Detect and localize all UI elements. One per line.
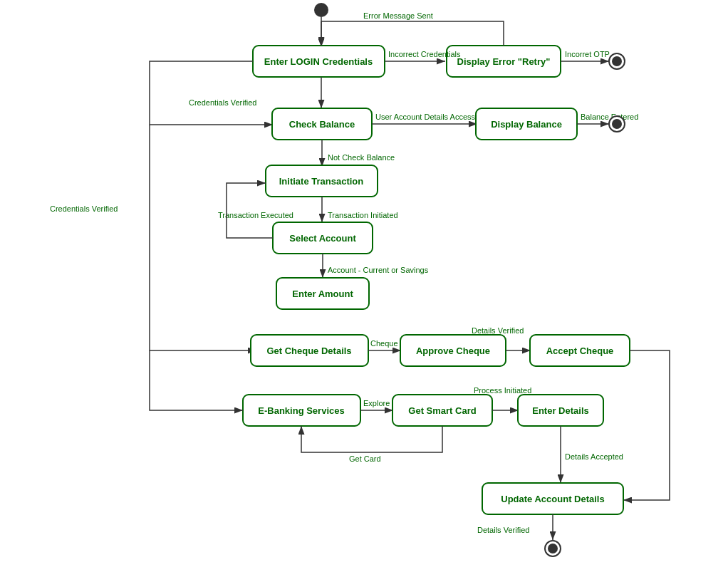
getcheque-label: Get Cheque Details [266, 345, 351, 356]
login-label: Enter LOGIN Credentials [264, 56, 373, 67]
final-state-3-inner [548, 544, 558, 553]
error-label: Display Error "Retry" [457, 56, 551, 67]
details-accepted-label: Details Accepted [565, 452, 623, 461]
initiate-label: Initiate Transaction [279, 176, 364, 187]
incorrect-otp-label: Incorret OTP [565, 50, 610, 58]
final-state-2-inner [612, 119, 622, 129]
user-acc-label: User Account Details Accessed [375, 113, 484, 121]
selectacc-label: Select Account [289, 233, 356, 244]
acc-type-label: Account - Current or Savings [328, 266, 429, 274]
final-state-1-inner [612, 56, 622, 66]
details-verified2-label: Details Verified [477, 526, 529, 534]
explore-label: Explore [363, 399, 390, 407]
error-msg-arrow [321, 21, 504, 46]
diagram-svg: Enter LOGIN Credentials Display Error "R… [0, 0, 728, 577]
accept-to-update-path [623, 350, 670, 500]
creds-verified2-label: Credentials Verified [189, 98, 256, 107]
not-checkbal-label: Not Check Balance [328, 153, 395, 162]
initial-state [314, 3, 328, 17]
updateacc-label: Update Account Details [501, 494, 604, 504]
creds-verified-label: Credentials Verified [50, 204, 118, 213]
enteramt-label: Enter Amount [292, 288, 353, 299]
left-outer-path [150, 350, 243, 410]
approvecheque-label: Approve Cheque [416, 345, 490, 356]
smartcard-label: Get Smart Card [408, 405, 476, 416]
getcard-label: Get Card [349, 454, 381, 463]
ebanking-label: E-Banking Services [258, 405, 344, 416]
acceptcheque-label: Accept Cheque [546, 345, 614, 356]
trans-executed-label: Transaction Executed [218, 211, 293, 219]
process-initiated-label: Process Initiated [474, 386, 531, 395]
checkbal-label: Check Balance [289, 119, 355, 130]
displaybal-label: Display Balance [491, 119, 562, 130]
enterdetails-label: Enter Details [532, 405, 588, 416]
error-msg-label: Error Message Sent [363, 11, 433, 20]
incorrect-creds-label: Incorrect Credentials [388, 50, 461, 58]
getcard-path [301, 426, 442, 452]
trans-initiated-label: Transaction Initiated [328, 211, 398, 219]
details-verified-label: Details Verified [472, 326, 524, 335]
